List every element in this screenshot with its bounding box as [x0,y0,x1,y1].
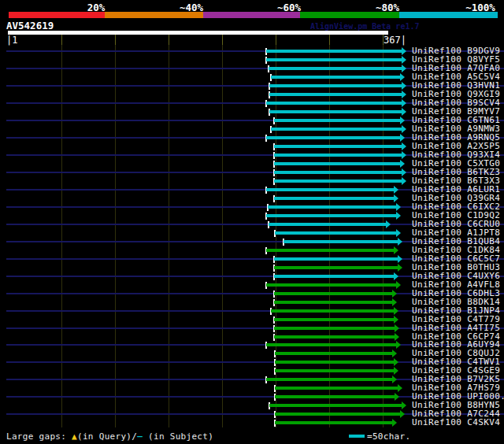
hit-label[interactable]: UniRef100_C8QUJ2 [412,349,504,357]
hit-label[interactable]: UniRef100_C4UXY6 [412,272,504,280]
hit-label[interactable]: UniRef100_B8HYN5 [412,401,504,409]
alignment-row: UniRef100_A7HS79 [0,383,504,392]
hit-label[interactable]: UniRef100_A1JPT8 [412,228,504,237]
hit-label[interactable]: UniRef100_C6CRU0 [412,220,504,228]
alignment-bar[interactable] [274,145,402,148]
alignment-bar[interactable] [266,102,401,105]
hit-label[interactable]: UniRef100_A5C5V4 [412,72,504,81]
alignment-bar[interactable] [274,171,402,174]
alignment-bar[interactable] [274,154,402,157]
hit-label[interactable]: UniRef100_C5XTG0 [412,159,504,168]
alignment-bar[interactable] [266,343,395,346]
hit-label[interactable]: UniRef100_A7HS79 [412,383,504,392]
alignment-bar[interactable] [274,275,394,278]
hit-label[interactable]: UniRef100_B6T3X3 [412,176,504,185]
alignment-row: UniRef100_B9SCV4 [0,98,504,107]
hit-label[interactable]: UniRef100_C4SKV4 [412,418,504,427]
hit-label[interactable]: UniRef100_C4SGE9 [412,366,504,375]
hit-label[interactable]: UniRef100_C6TN61 [412,116,504,124]
alignment-bar[interactable] [269,93,401,96]
hit-label[interactable]: UniRef100_B9SCV4 [412,98,504,107]
alignment-bar[interactable] [274,257,398,261]
alignment-bar[interactable] [266,58,401,61]
alignment-bar[interactable] [274,301,393,304]
hit-label[interactable]: UniRef100_C1D9Q2 [412,211,504,220]
hit-label[interactable]: UniRef100_UPI000.. [412,392,504,401]
hit-label[interactable]: UniRef100_A7C244 [412,409,504,418]
alignment-bar[interactable] [274,266,398,269]
hit-label[interactable]: UniRef100_B1JNP4 [412,306,504,315]
alignment-bar[interactable] [275,361,394,364]
alignment-row: UniRef100_B9MYV7 [0,107,504,116]
hit-label[interactable]: UniRef100_B9DGV9 [412,46,504,55]
alignment-bar[interactable] [274,327,395,330]
hit-label[interactable]: UniRef100_C6C5C7 [412,254,504,263]
alignment-bar[interactable] [266,136,400,139]
hit-label[interactable]: UniRef100_B0THU3 [412,263,504,272]
alignment-bar[interactable] [284,240,398,243]
hit-label[interactable]: UniRef100_A4TI75 [412,324,504,332]
alignment-bar[interactable] [266,283,395,287]
alignment-bar[interactable] [268,205,396,209]
alignment-bar[interactable] [274,292,393,295]
alignment-bar[interactable] [271,128,402,131]
alignment-row: UniRef100_A4VFL8 [0,280,504,289]
alignment-bar[interactable] [266,50,401,53]
bar-arrowhead-icon [402,47,406,55]
hit-label[interactable]: UniRef100_Q9XGI9 [412,90,504,98]
alignment-bar[interactable] [269,404,401,407]
alignment-row: UniRef100_Q9XGI9 [0,90,504,98]
alignment-row: UniRef100_C5XTG0 [0,159,504,168]
hit-label[interactable]: UniRef100_C4T779 [412,315,504,324]
alignment-bar[interactable] [266,249,394,252]
query-gap-triangle-icon: ▲ [72,431,77,442]
alignment-bar[interactable] [275,231,395,235]
bar-arrowhead-icon [400,134,405,142]
hit-label[interactable]: UniRef100_C6DHL3 [412,289,504,298]
hit-label[interactable]: UniRef100_A9NMW3 [412,124,504,133]
alignment-bar[interactable] [274,162,400,165]
hit-label[interactable]: UniRef100_B7V2K5 [412,375,504,383]
hit-label[interactable]: UniRef100_B9MYV7 [412,107,504,116]
alignview-page: 20%~40%~60%~80%~100% AV542619 AlignView.… [0,0,504,444]
alignment-bar[interactable] [269,110,401,113]
hit-label[interactable]: UniRef100_C1DK84 [412,246,504,254]
hit-label[interactable]: UniRef100_A9RNQ5 [412,133,504,142]
alignment-bar[interactable] [275,413,400,416]
hit-label[interactable]: UniRef100_Q39GR4 [412,194,504,202]
alignment-bar[interactable] [274,318,394,321]
alignment-bar[interactable] [266,188,394,191]
alignment-bar[interactable] [269,67,402,70]
hit-label[interactable]: UniRef100_C4TWV1 [412,357,504,366]
alignment-bar[interactable] [275,387,398,390]
hit-label[interactable]: UniRef100_A6LUR1 [412,185,504,194]
hit-label[interactable]: UniRef100_Q93XI4 [412,150,504,159]
hit-label[interactable]: UniRef100_C6IXC2 [412,202,504,211]
alignment-bar[interactable] [275,395,395,398]
alignment-bar[interactable] [275,369,394,372]
alignment-bar[interactable] [271,309,394,313]
bar-arrowhead-icon [398,384,402,392]
bar-arrowhead-icon [395,393,399,401]
alignment-bar[interactable] [274,197,394,200]
hit-label[interactable]: UniRef100_B8DK14 [412,298,504,306]
alignment-bar[interactable] [274,335,395,339]
hit-label[interactable]: UniRef100_A6UY94 [412,340,504,349]
hit-label[interactable]: UniRef100_Q8VYF5 [412,55,504,64]
alignment-bar[interactable] [266,214,395,217]
hit-label[interactable]: UniRef100_B6TKZ3 [412,168,504,176]
alignment-bar[interactable] [269,223,386,226]
alignment-bar[interactable] [266,378,392,381]
alignment-bar[interactable] [271,76,400,79]
alignment-bar[interactable] [274,179,402,183]
alignment-bar[interactable] [274,119,400,122]
hit-label[interactable]: UniRef100_A2X5P5 [412,142,504,150]
hit-label[interactable]: UniRef100_A4VFL8 [412,280,504,289]
alignment-row: UniRef100_B8HYN5 [0,401,504,409]
alignment-bar[interactable] [275,421,392,424]
alignment-bar[interactable] [275,352,392,355]
hit-label[interactable]: UniRef100_B1QUB4 [412,237,504,246]
alignment-bar[interactable] [269,84,401,87]
hit-label[interactable]: UniRef100_Q3HVN1 [412,81,504,90]
hit-label[interactable]: UniRef100_A7QFA0 [412,64,504,72]
